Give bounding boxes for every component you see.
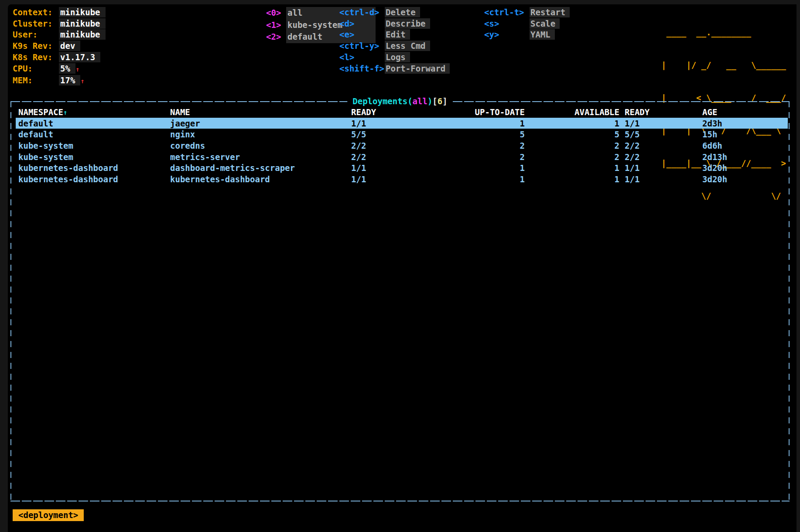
- namespace-scope: all: [413, 96, 427, 106]
- mem-label: MEM:: [13, 75, 59, 86]
- cell-available: 1: [525, 163, 619, 173]
- cell-ready-2: 5/5: [619, 130, 702, 139]
- cell-ready: 1/1: [351, 163, 427, 173]
- deployments-table: NAMESPACE↑ NAME READY UP-TO-DATE AVAILAB…: [16, 106, 788, 185]
- cell-namespace: default: [18, 130, 170, 139]
- table-row-jaeger[interactable]: default jaeger 1/1 1 1 1/1 2d3h: [16, 118, 788, 129]
- cell-age: 2d13h: [702, 152, 788, 162]
- hotkey-action: Scale: [530, 18, 560, 29]
- logo-line: | |/ _/ __ \______: [661, 60, 786, 71]
- cell-namespace: kubernetes-dashboard: [18, 174, 170, 184]
- table-row-metrics-server[interactable]: kube-system metrics-server 2/2 2 2 2/2 2…: [16, 151, 788, 163]
- hotkey: <d>: [339, 18, 385, 30]
- column-header-available: AVAILABLE: [525, 107, 619, 117]
- breadcrumb-deployment: <deployment>: [13, 509, 84, 521]
- hotkey: <e>: [339, 29, 385, 41]
- menu-item-logs[interactable]: <l>Logs: [339, 52, 450, 63]
- menu-item-scale[interactable]: <s>Scale: [484, 18, 570, 30]
- k9s-rev-label: K9s Rev:: [13, 41, 59, 52]
- cell-age: 3d20h: [702, 174, 788, 184]
- menu-item-less-cmd[interactable]: <ctrl-y>Less Cmd: [339, 41, 450, 52]
- pane-title: Deployments(all)[6]: [347, 95, 452, 107]
- column-header-namespace: NAMESPACE↑: [18, 107, 170, 117]
- hotkey-action: Port-Forward: [385, 63, 450, 74]
- hotkey-action: YAML: [530, 29, 555, 40]
- hotkey-action: Restart: [530, 7, 570, 17]
- k9s-rev-row: K9s Rev:dev: [13, 41, 106, 52]
- hotkey: <y>: [484, 29, 530, 41]
- cell-age: 15h: [702, 130, 788, 139]
- table-row-dashboard-metrics-scraper[interactable]: kubernetes-dashboard dashboard-metrics-s…: [16, 162, 788, 174]
- cell-ready: 1/1: [351, 174, 427, 184]
- cluster-label: Cluster:: [13, 18, 59, 30]
- cell-available: 2: [525, 141, 619, 150]
- hotkey-menu-primary: <ctrl-d>Delete <d>Describe <e>Edit <ctrl…: [339, 7, 450, 74]
- user-row: User:minikube: [13, 29, 106, 41]
- menu-item-describe[interactable]: <d>Describe: [339, 18, 450, 30]
- table-row-kubernetes-dashboard[interactable]: kubernetes-dashboard kubernetes-dashboar…: [16, 174, 788, 185]
- cell-ready: 1/1: [351, 119, 427, 128]
- pane-border-left: [10, 101, 11, 501]
- hotkey: <shift-f>: [339, 63, 385, 75]
- cluster-value: minikube: [59, 18, 106, 29]
- k8s-rev-label: K8s Rev:: [13, 52, 59, 63]
- k8s-rev-value: v1.17.3: [59, 52, 100, 62]
- hotkey: <s>: [484, 18, 530, 30]
- cell-ready-2: 1/1: [619, 163, 702, 173]
- table-row-coredns[interactable]: kube-system coredns 2/2 2 2 2/2 6d6h: [16, 140, 788, 151]
- cell-name: metrics-server: [170, 152, 351, 162]
- user-value: minikube: [59, 29, 106, 40]
- table-row-nginx[interactable]: default nginx 5/5 5 5 5/5 15h: [16, 129, 788, 140]
- sort-ascending-icon: ↑: [63, 109, 67, 116]
- shortcut-key: <0>: [266, 7, 286, 19]
- mem-value: 17%: [59, 75, 80, 85]
- cpu-row: CPU:5%↑: [13, 63, 106, 75]
- context-value: minikube: [59, 7, 106, 17]
- cell-up-to-date: 5: [427, 130, 525, 139]
- cell-available: 5: [525, 130, 619, 139]
- menu-item-edit[interactable]: <e>Edit: [339, 29, 450, 41]
- column-header-name: NAME: [170, 107, 351, 117]
- column-header-ready: READY: [351, 107, 427, 117]
- mem-trend-up-icon: ↑: [80, 77, 84, 85]
- cell-available: 2: [525, 152, 619, 162]
- cluster-info: Context:minikube Cluster:minikube User:m…: [13, 7, 106, 87]
- cell-ready-2: 1/1: [619, 119, 702, 128]
- cell-namespace: kube-system: [18, 152, 170, 162]
- deployments-pane: Deployments(all)[6] NAMESPACE↑ NAME READ…: [10, 101, 790, 501]
- cpu-trend-up-icon: ↑: [75, 65, 79, 73]
- cluster-row: Cluster:minikube: [13, 18, 106, 30]
- cell-ready-2: 2/2: [619, 152, 702, 162]
- hotkey-action: Delete: [385, 7, 420, 17]
- cell-available: 1: [525, 174, 619, 184]
- menu-item-restart[interactable]: <ctrl-t>Restart: [484, 7, 570, 18]
- cell-namespace: kube-system: [18, 141, 170, 150]
- cell-age: 2d3h: [702, 119, 788, 128]
- cell-namespace: kubernetes-dashboard: [18, 163, 170, 173]
- cpu-value: 5%: [59, 63, 75, 74]
- cell-ready-2: 1/1: [619, 174, 702, 184]
- k9s-rev-value: dev: [59, 41, 80, 51]
- hotkey: <ctrl-t>: [484, 7, 530, 18]
- k8s-rev-row: K8s Rev:v1.17.3: [13, 52, 106, 63]
- resource-name: Deployments: [352, 96, 407, 106]
- menu-item-port-forward[interactable]: <shift-f>Port-Forward: [339, 63, 450, 75]
- column-header-up-to-date: UP-TO-DATE: [427, 107, 525, 117]
- context-label: Context:: [13, 7, 59, 18]
- cell-ready: 2/2: [351, 152, 427, 162]
- cell-up-to-date: 2: [427, 141, 525, 150]
- menu-item-delete[interactable]: <ctrl-d>Delete: [339, 7, 450, 18]
- resource-count: 6: [438, 96, 442, 106]
- menu-item-yaml[interactable]: <y>YAML: [484, 29, 570, 41]
- cell-namespace: default: [18, 119, 170, 128]
- hotkey-action: Edit: [385, 29, 410, 40]
- shortcut-key: <1>: [266, 20, 286, 31]
- cell-available: 1: [525, 119, 619, 128]
- cell-age: 6d6h: [702, 141, 788, 150]
- user-label: User:: [13, 29, 59, 41]
- hotkey-action: Describe: [385, 18, 430, 29]
- hotkey: <l>: [339, 52, 385, 63]
- column-header-age: AGE: [702, 107, 788, 117]
- cell-name: kubernetes-dashboard: [170, 174, 351, 184]
- hotkey: <ctrl-d>: [339, 7, 385, 18]
